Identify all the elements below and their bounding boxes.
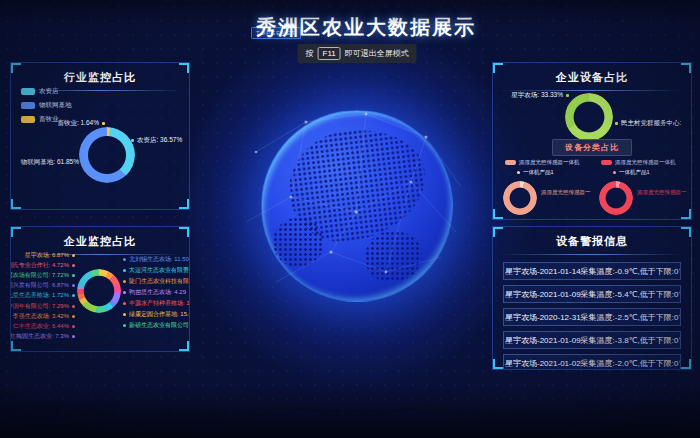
device-alarm-panel: 设备警报信息 星宇农场-2021-01-14采集温度:-0.9℃,低于下限:0℃… [492, 226, 692, 370]
chart-label-text: 北刘锡生态农场: 11.50% [129, 255, 189, 264]
panel-title: 行业监控占比 [11, 63, 189, 85]
chart-label: 大运河生态农业有限责任公 [123, 265, 189, 276]
legend-swatch [601, 160, 612, 165]
label-dot [72, 274, 75, 277]
globe [261, 110, 453, 302]
enterprise-left-labels: 星宇农场: 6.87% 秀洲周氏专业合作社: 4.72% 家庭农场有限公司: 7… [13, 250, 75, 342]
device-donut-chart[interactable] [565, 93, 613, 141]
chart-label-text: 中润年有限公司: 7.29% [10, 302, 69, 311]
chart-label: 国兴发有限公司: 6.87% [13, 281, 75, 291]
legend-label: 物联网基地 [39, 101, 72, 110]
alarm-text: 星宇农场-2021-01-02采集温度:-2.0℃,低于下限:0℃ [505, 359, 681, 368]
chart-label-text: 温湿度光照传感器一 [541, 189, 595, 196]
chart-label: 一体机产品1 [613, 169, 691, 176]
chart-label: 鸭苗思生态农场: 4.29 [123, 287, 189, 298]
device-class-title: 设备分类占比 [552, 139, 632, 156]
label-dot [72, 335, 75, 338]
legend-item[interactable]: 物联网基地 [21, 101, 72, 110]
label-dot [72, 325, 75, 328]
label-dot [72, 284, 75, 287]
chart-label-text: 新硕生态农业有限公司: 6.87% [129, 321, 189, 330]
chart-label-text: 丰源水产特种养殖场: 1. [129, 299, 189, 308]
chart-label-text: 七星生态养殖场: 1.72% [10, 291, 69, 300]
label-dot [123, 269, 126, 272]
device-class-charts: 温湿度光照传感器一体机 一体机产品1 温湿度光照传感器一 温湿度光照传感器一体机… [499, 157, 691, 215]
chart-label-text: 温湿度光照传感器一 [637, 189, 691, 196]
chart-label: 星宇农场: 6.87% [13, 250, 75, 260]
legend-swatch [21, 88, 35, 95]
industry-donut-chart[interactable] [79, 127, 135, 183]
fullscreen-exit-tip: 按 F11 即可退出全屏模式 [298, 44, 417, 63]
dashboard: TOPSENET 秀洲区农业大数据展示 按 F11 即可退出全屏模式 行业监控占… [0, 0, 700, 438]
label-dot [123, 302, 126, 305]
chart-label-text: 畜牧业: 1.64% [57, 119, 99, 128]
chart-label: 一体机产品1 [517, 169, 595, 176]
chart-label-text: 秀洲周氏专业合作社: 4.72% [10, 261, 69, 270]
chart-label: 七星生态养殖场: 1.72% [13, 291, 75, 301]
legend-item[interactable]: 温湿度光照传感器一体机 [505, 159, 595, 166]
label-dot [123, 291, 126, 294]
chart-label-text: 红梅园生态农业: 7.3% [10, 332, 69, 341]
legend-label: 农资店 [39, 87, 59, 96]
chart-label-text: 仁丰生态农业: 6.44% [13, 322, 69, 331]
alarm-row: 星宇农场-2021-01-09采集温度:-5.4℃,低于下限:0℃ [503, 285, 681, 303]
label-dot [123, 324, 126, 327]
chart-label: 家庭农场有限公司: 7.72% [13, 270, 75, 280]
legend-label: 温湿度光照传感器一体机 [519, 159, 580, 166]
chart-label-text: 大运河生态农业有限责任公 [129, 266, 189, 275]
chart-label-text: 绿康定园合作基地: 15.02% [129, 310, 189, 319]
alarm-text: 星宇农场-2021-01-09采集温度:-5.4℃,低于下限:0℃ [505, 290, 681, 299]
label-dot [102, 122, 105, 125]
chart-label-text: 鸭苗思生态农场: 4.29 [129, 288, 186, 297]
chart-label: 李强生态农场: 3.42% [13, 311, 75, 321]
chart-label: 新硕生态农业有限公司: 6.87% [123, 320, 189, 331]
legend-item[interactable]: 温湿度光照传感器一体机 [601, 159, 691, 166]
device-class-donut-right[interactable] [599, 181, 633, 215]
chart-label: 中润年有限公司: 7.29% [13, 301, 75, 311]
device-class-chart-group: 温湿度光照传感器一体机 一体机产品1 温湿度光照传感器一 [499, 157, 595, 215]
label-dot [72, 254, 75, 257]
legend-swatch [21, 102, 35, 109]
chart-label-text: 一体机产品1 [523, 169, 554, 176]
page-title: 秀洲区农业大数据展示 [16, 14, 700, 41]
chart-label-text: 物联网基地: 61.85% [21, 158, 79, 167]
globe-continents [365, 231, 422, 282]
panel-title: 设备警报信息 [493, 227, 691, 249]
label-dot [72, 315, 75, 318]
device-class-donut-left[interactable] [503, 181, 537, 215]
chart-label: 北刘锡生态农场: 11.50% [123, 254, 189, 265]
label-dot [613, 171, 616, 174]
chart-label-text: 星宇农场: 33.33% [511, 91, 563, 100]
enterprise-donut-chart[interactable] [77, 269, 121, 313]
chart-label: 星宇农场: 33.33% [501, 91, 569, 100]
chart-label: 红梅园生态农业: 7.3% [13, 332, 75, 342]
legend-item[interactable]: 农资店 [21, 87, 72, 96]
device-class-chart-group: 温湿度光照传感器一体机 一体机产品1 温湿度光照传感器一 [595, 157, 691, 215]
enterprise-right-labels: 北刘锡生态农场: 11.50% 大运河生态农业有限责任公 陡门生态农业科技有限公… [123, 254, 189, 331]
enterprise-monitor-panel: 企业监控占比 星宇农场: 6.87% 秀洲周氏专业合作社: 4.72% 家庭农场… [10, 226, 190, 352]
label-dot [72, 305, 75, 308]
f11-key-badge: F11 [318, 47, 341, 60]
alarm-text: 星宇农场-2021-01-14采集温度:-0.9℃,低于下限:0℃ [505, 267, 681, 276]
globe-continents [273, 217, 322, 266]
chart-label-text: 家庭农场有限公司: 7.72% [10, 271, 69, 280]
chart-label-text: 一体机产品1 [619, 169, 650, 176]
alarm-text: 星宇农场-2021-01-09采集温度:-3.8℃,低于下限:0℃ [505, 336, 681, 345]
label-dot [123, 313, 126, 316]
chart-label-text: 农资店: 36.57% [137, 136, 182, 145]
label-dot [72, 294, 75, 297]
chart-label: 绿康定园合作基地: 15.02% [123, 309, 189, 320]
chart-label: 秀洲周氏专业合作社: 4.72% [13, 260, 75, 270]
alarm-list: 星宇农场-2021-01-14采集温度:-0.9℃,低于下限:0℃ 星宇农场-2… [503, 262, 681, 370]
alarm-row: 星宇农场-2021-01-02采集温度:-2.0℃,低于下限:0℃ [503, 354, 681, 370]
label-dot [123, 280, 126, 283]
legend-label: 温湿度光照传感器一体机 [615, 159, 676, 166]
label-dot [72, 264, 75, 267]
tip-suffix: 即可退出全屏模式 [345, 48, 409, 59]
chart-label-text: 陡门生态农业科技有限公 [129, 277, 189, 286]
label-dot [123, 258, 126, 261]
label-dot [131, 139, 134, 142]
alarm-row: 星宇农场-2021-01-14采集温度:-0.9℃,低于下限:0℃ [503, 262, 681, 280]
device-ratio-panel: 企业设备占比 星宇农场: 33.33% 民主村党群服务中心: 设备分类占比 温湿… [492, 62, 692, 220]
chart-label-text: 国兴发有限公司: 6.87% [10, 281, 69, 290]
